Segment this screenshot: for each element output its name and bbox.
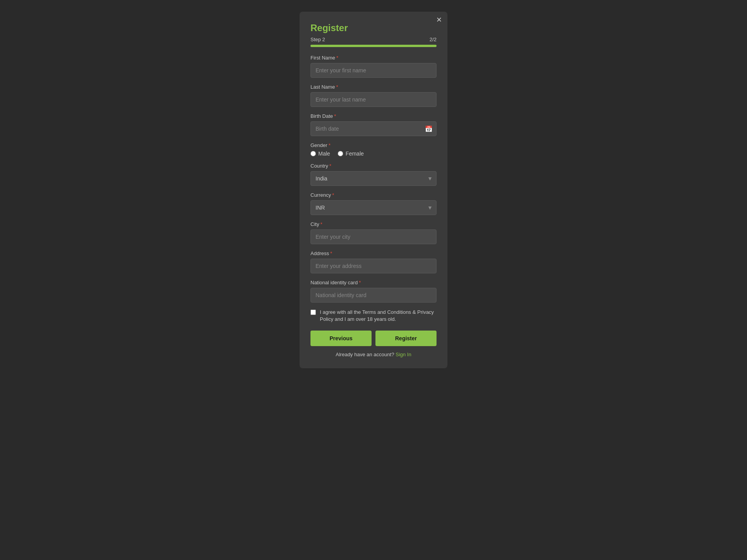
currency-required: * bbox=[332, 192, 334, 198]
last-name-input[interactable] bbox=[310, 92, 437, 107]
previous-button[interactable]: Previous bbox=[310, 331, 372, 346]
first-name-field: First Name * bbox=[310, 55, 437, 78]
gender-female-option[interactable]: Female bbox=[338, 150, 364, 157]
country-label: Country * bbox=[310, 163, 437, 169]
country-field: Country * India United States United Kin… bbox=[310, 163, 437, 186]
address-label: Address * bbox=[310, 250, 437, 256]
progress-bar-background bbox=[310, 45, 437, 47]
city-label: City * bbox=[310, 221, 437, 227]
signin-prompt: Already have an account? bbox=[336, 352, 394, 357]
register-modal: ✕ Register Step 2 2/2 First Name * Last … bbox=[300, 12, 447, 368]
terms-label: I agree with all the Terms and Condition… bbox=[320, 309, 437, 323]
first-name-required: * bbox=[337, 55, 338, 61]
birth-date-required: * bbox=[334, 113, 336, 119]
gender-required: * bbox=[328, 142, 330, 148]
last-name-label: Last Name * bbox=[310, 84, 437, 90]
first-name-input[interactable] bbox=[310, 63, 437, 78]
country-select-wrapper: India United States United Kingdom Canad… bbox=[310, 171, 437, 186]
national-id-label: National identity card * bbox=[310, 280, 437, 285]
terms-checkbox-row: I agree with all the Terms and Condition… bbox=[310, 309, 437, 323]
country-required: * bbox=[330, 163, 331, 169]
gender-male-option[interactable]: Male bbox=[310, 150, 330, 157]
national-id-field: National identity card * bbox=[310, 280, 437, 303]
gender-female-label: Female bbox=[345, 150, 364, 157]
last-name-field: Last Name * bbox=[310, 84, 437, 107]
address-field: Address * bbox=[310, 250, 437, 273]
country-select[interactable]: India United States United Kingdom Canad… bbox=[310, 171, 437, 186]
progress-bar-fill bbox=[310, 45, 437, 47]
address-required: * bbox=[330, 250, 332, 256]
signin-link[interactable]: Sign In bbox=[396, 352, 411, 357]
last-name-required: * bbox=[336, 84, 338, 90]
gender-female-radio[interactable] bbox=[338, 151, 343, 156]
currency-select[interactable]: INR USD EUR GBP AUD bbox=[310, 200, 437, 215]
signin-row: Already have an account? Sign In bbox=[310, 352, 437, 357]
gender-field: Gender * Male Female bbox=[310, 142, 437, 157]
register-button[interactable]: Register bbox=[375, 331, 437, 346]
currency-select-wrapper: INR USD EUR GBP AUD ▼ bbox=[310, 200, 437, 215]
modal-title: Register bbox=[310, 23, 437, 33]
step-label: Step 2 bbox=[310, 37, 325, 42]
birth-date-input-wrapper: 📅 bbox=[310, 121, 437, 136]
city-input[interactable] bbox=[310, 229, 437, 244]
national-id-input[interactable] bbox=[310, 288, 437, 303]
birth-date-input[interactable] bbox=[310, 121, 437, 136]
birth-date-field: Birth Date * 📅 bbox=[310, 113, 437, 136]
close-button[interactable]: ✕ bbox=[436, 16, 442, 23]
step-count: 2/2 bbox=[430, 37, 437, 42]
terms-checkbox[interactable] bbox=[310, 310, 316, 315]
address-input[interactable] bbox=[310, 259, 437, 273]
currency-field: Currency * INR USD EUR GBP AUD ▼ bbox=[310, 192, 437, 215]
national-id-required: * bbox=[359, 280, 361, 285]
birth-date-label: Birth Date * bbox=[310, 113, 437, 119]
gender-male-radio[interactable] bbox=[310, 151, 316, 156]
gender-label: Gender * bbox=[310, 142, 437, 148]
currency-label: Currency * bbox=[310, 192, 437, 198]
first-name-label: First Name * bbox=[310, 55, 437, 61]
buttons-row: Previous Register bbox=[310, 331, 437, 346]
city-field: City * bbox=[310, 221, 437, 244]
gender-radio-group: Male Female bbox=[310, 150, 437, 157]
gender-male-label: Male bbox=[318, 150, 330, 157]
city-required: * bbox=[320, 221, 322, 227]
